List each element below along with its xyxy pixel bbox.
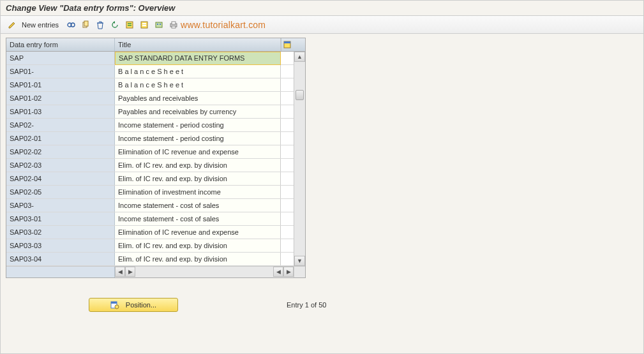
cell-title[interactable]: Income statement - period costing: [115, 119, 281, 131]
undo-icon[interactable]: [109, 18, 121, 31]
cell-title[interactable]: Income statement - cost of sales: [115, 212, 281, 225]
cell-key[interactable]: SAP02-03: [6, 159, 115, 172]
svg-rect-11: [157, 24, 158, 25]
table-row[interactable]: SAP03-Income statement - cost of sales: [6, 199, 305, 212]
cell-title[interactable]: Income statement - cost of sales: [115, 199, 281, 212]
cell-title[interactable]: Elim. of IC rev. and exp. by division: [115, 239, 281, 252]
table-row[interactable]: SAP02-Income statement - period costing: [6, 119, 305, 132]
content-area: Data entry form Title SAPSAP STANDARD DA…: [1, 34, 643, 353]
cell-title[interactable]: B a l a n c e S h e e t: [115, 78, 281, 91]
print-icon[interactable]: [167, 18, 180, 31]
cell-title[interactable]: Income statement - period costing: [115, 132, 281, 145]
cell-key[interactable]: SAP01-: [6, 65, 115, 78]
svg-rect-14: [172, 22, 176, 24]
cell-title[interactable]: B a l a n c e S h e e t: [115, 65, 281, 78]
hscroll-last-icon[interactable]: ▶: [283, 267, 294, 277]
table-row[interactable]: SAP02-04Elim. of IC rev. and exp. by div…: [6, 172, 305, 186]
sap-window: Change View "Data entry forms": Overview…: [0, 0, 644, 354]
cell-title[interactable]: Elimination of IC revenue and expense: [115, 145, 281, 158]
scroll-down-icon[interactable]: ▼: [294, 256, 305, 266]
cell-key[interactable]: SAP02-02: [6, 145, 115, 158]
svg-rect-10: [156, 22, 162, 27]
col-header-key[interactable]: Data entry form: [6, 38, 115, 51]
cell-title[interactable]: Elim. of IC rev. and exp. by division: [115, 159, 281, 172]
svg-rect-8: [142, 23, 146, 24]
grid-header: Data entry form Title: [6, 38, 305, 52]
cell-key[interactable]: SAP03-: [6, 199, 115, 212]
cell-key[interactable]: SAP01-01: [6, 78, 115, 91]
svg-rect-5: [128, 23, 131, 24]
cell-key[interactable]: SAP02-05: [6, 186, 115, 198]
position-label: Position...: [126, 301, 156, 309]
svg-rect-3: [84, 21, 88, 26]
position-icon: [110, 300, 119, 309]
copy-icon[interactable]: [79, 18, 92, 31]
svg-rect-9: [142, 25, 146, 26]
cell-key[interactable]: SAP: [6, 52, 115, 64]
details-icon[interactable]: [64, 18, 77, 31]
table-row[interactable]: SAP01-03Payables and receivables by curr…: [6, 105, 305, 119]
col-header-title[interactable]: Title: [115, 38, 281, 51]
table-row[interactable]: SAP01-B a l a n c e S h e e t: [6, 65, 305, 78]
cell-title[interactable]: Elimination of investment income: [115, 186, 281, 198]
cell-title[interactable]: Elim. of IC rev. and exp. by division: [115, 253, 281, 265]
position-button[interactable]: Position...: [89, 298, 178, 312]
table-row[interactable]: SAP02-03Elim. of IC rev. and exp. by div…: [6, 159, 305, 172]
cell-title[interactable]: Elimination of IC revenue and expense: [115, 226, 281, 239]
vertical-scrollbar[interactable]: ▲ ▼: [294, 52, 305, 266]
svg-point-20: [115, 305, 119, 309]
svg-rect-6: [128, 25, 131, 26]
table-settings-icon[interactable]: [281, 38, 292, 51]
cell-key[interactable]: SAP02-04: [6, 172, 115, 185]
cell-key[interactable]: SAP03-01: [6, 212, 115, 225]
delete-icon[interactable]: [94, 18, 107, 31]
hscroll-left-icon[interactable]: ▶: [125, 267, 135, 277]
data-entry-grid: Data entry form Title SAPSAP STANDARD DA…: [6, 38, 306, 278]
app-toolbar: New entries www.tutorialkart.com: [1, 16, 643, 34]
cell-title[interactable]: Payables and receivables: [115, 92, 281, 105]
table-row[interactable]: SAP02-01Income statement - period costin…: [6, 132, 305, 145]
table-row[interactable]: SAP03-04Elim. of IC rev. and exp. by div…: [6, 253, 305, 266]
cell-key[interactable]: SAP01-02: [6, 92, 115, 105]
cell-key[interactable]: SAP03-02: [6, 226, 115, 239]
cell-title[interactable]: SAP STANDARD DATA ENTRY FORMS: [115, 52, 281, 65]
config-icon[interactable]: [153, 18, 165, 31]
pencil-icon[interactable]: [6, 18, 19, 31]
svg-rect-12: [160, 24, 161, 25]
entry-status: Entry 1 of 50: [287, 301, 326, 309]
svg-rect-15: [172, 26, 176, 28]
deselect-all-icon[interactable]: [138, 18, 151, 31]
cell-key[interactable]: SAP01-03: [6, 105, 115, 118]
cell-key[interactable]: SAP02-01: [6, 132, 115, 145]
horizontal-scrollbar: ◀ ▶ ◀ ▶: [6, 266, 305, 277]
hscroll-first-icon[interactable]: ◀: [115, 267, 125, 277]
svg-rect-19: [111, 302, 117, 304]
watermark-text: www.tutorialkart.com: [181, 20, 266, 30]
table-row[interactable]: SAPSAP STANDARD DATA ENTRY FORMS: [6, 52, 305, 65]
table-row[interactable]: SAP02-05Elimination of investment income: [6, 186, 305, 199]
hscroll-right-icon[interactable]: ◀: [273, 267, 283, 277]
select-all-icon[interactable]: [123, 18, 136, 31]
table-row[interactable]: SAP02-02Elimination of IC revenue and ex…: [6, 145, 305, 159]
table-row[interactable]: SAP01-02Payables and receivables: [6, 92, 305, 105]
table-row[interactable]: SAP03-02Elimination of IC revenue and ex…: [6, 226, 305, 239]
cell-title[interactable]: Elim. of IC rev. and exp. by division: [115, 172, 281, 185]
cell-title[interactable]: Payables and receivables by currency: [115, 105, 281, 118]
svg-rect-17: [284, 41, 290, 43]
table-row[interactable]: SAP01-01B a l a n c e S h e e t: [6, 78, 305, 92]
new-entries-button[interactable]: New entries: [20, 21, 63, 29]
cell-key[interactable]: SAP03-04: [6, 253, 115, 265]
grid-body: SAPSAP STANDARD DATA ENTRY FORMSSAP01-B …: [6, 52, 305, 266]
table-row[interactable]: SAP03-03Elim. of IC rev. and exp. by div…: [6, 239, 305, 253]
cell-key[interactable]: SAP03-03: [6, 239, 115, 252]
footer: Position... Entry 1 of 50: [6, 298, 638, 312]
scroll-up-icon[interactable]: ▲: [294, 52, 305, 62]
scroll-thumb[interactable]: [296, 90, 304, 100]
page-title: Change View "Data entry forms": Overview: [1, 1, 643, 16]
cell-key[interactable]: SAP02-: [6, 119, 115, 131]
table-row[interactable]: SAP03-01Income statement - cost of sales: [6, 212, 305, 226]
